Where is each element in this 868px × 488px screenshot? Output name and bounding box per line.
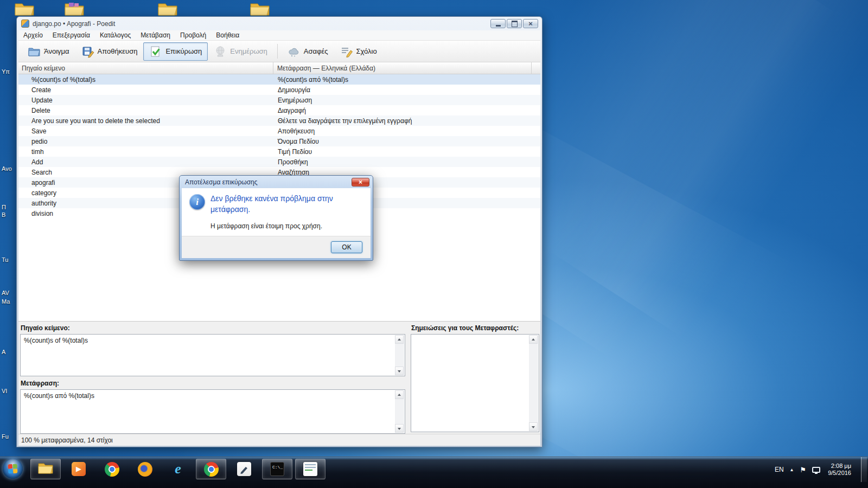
menu-bar: Αρχείο Επεξεργασία Κατάλογος Μετάβαση Πρ… [18,30,540,41]
open-button[interactable]: Άνοιγμα [22,42,75,61]
system-tray: EN ▲ ⚑ 2:08 μμ 9/5/2016 [775,459,868,480]
status-text: 100 % μεταφρασμένα, 14 στίχοι [21,436,113,444]
desktop-icon-label[interactable]: Fu [2,433,9,440]
scrollbar[interactable] [395,390,404,433]
network-icon[interactable] [812,467,820,473]
firefox-icon [138,462,152,477]
table-row[interactable]: UpdateΕνημέρωση [18,95,540,105]
taskbar-command-prompt-button[interactable]: C:\_ [262,459,292,479]
start-button[interactable] [3,459,23,479]
open-folder-icon [28,45,41,58]
scrollbar[interactable] [395,335,404,375]
table-row[interactable]: %(count)s of %(total)s%(count)s από %(to… [18,74,540,85]
fuzzy-button[interactable]: Ασαφές [282,42,334,61]
close-button[interactable] [523,19,538,28]
poedit-app-icon [21,20,29,28]
maximize-button[interactable] [507,19,522,28]
taskbar-firefox-button[interactable] [130,459,160,479]
translator-notes-box[interactable] [411,334,539,432]
media-player-icon: ▶ [72,462,86,476]
source-text-box[interactable]: %(count)s of %(total)s [20,334,405,376]
column-header-source[interactable]: Πηγαίο κείμενο [18,62,273,74]
desktop-icon-label[interactable]: Β [2,211,5,218]
comment-button[interactable]: Σχόλιο [334,42,383,61]
taskbar-chrome-button[interactable] [97,459,127,479]
menu-catalog[interactable]: Κατάλογος [95,30,136,40]
action-center-flag-icon[interactable]: ⚑ [800,466,807,474]
dialog-close-button[interactable] [352,178,369,187]
comment-pencil-icon [340,45,353,58]
translation-text-value: %(count)s από %(total)s [24,392,94,400]
menu-file[interactable]: Αρχείο [18,30,48,40]
desktop-folder-icon[interactable] [65,1,84,16]
translator-notes-label: Σημειώσεις για τους Μεταφραστές: [411,324,539,333]
scrollbar[interactable] [529,335,538,431]
editor-pane: Πηγαίο κείμενο: %(count)s of %(total)s Μ… [18,322,540,434]
desktop-icon-label[interactable]: Tu [2,256,8,263]
language-indicator[interactable]: EN [775,466,784,473]
translation-cell: Δημιουργία [273,86,540,94]
update-button[interactable]: Ενημέρωση [208,42,273,61]
desktop-folder-icon[interactable] [158,1,177,16]
dialog-title-bar[interactable]: Αποτέλεσμα επικύρωσης [180,176,373,188]
source-text-value: %(count)s of %(total)s [24,337,88,344]
table-row[interactable]: AddΠροσθήκη [18,157,540,167]
chrome-icon [105,462,119,477]
desktop-folder-icon[interactable] [250,1,270,16]
scroll-up-icon[interactable] [395,390,404,399]
source-cell: Are you sure you want to delete the sele… [18,117,273,125]
update-globe-icon [214,45,227,58]
desktop-icon-label[interactable]: Υπ [2,68,10,75]
minimize-button[interactable] [490,19,506,28]
menu-view[interactable]: Προβολή [175,30,211,40]
save-button[interactable]: Αποθήκευση [75,42,144,61]
save-disk-icon [81,45,94,58]
scroll-up-icon[interactable] [395,335,404,344]
clock[interactable]: 2:08 μμ 9/5/2016 [828,463,851,477]
taskbar-poedit-button[interactable] [295,459,326,479]
ok-button[interactable]: OK [331,241,362,253]
desktop-icon-label[interactable]: Α [2,349,5,355]
scroll-down-icon[interactable] [395,367,404,375]
scroll-down-icon[interactable] [529,422,538,431]
desktop-folder-icon[interactable] [15,1,34,16]
taskbar-ie-button[interactable]: e [163,459,193,479]
taskbar-media-player-button[interactable]: ▶ [63,459,94,479]
table-row[interactable]: Are you sure you want to delete the sele… [18,115,540,126]
column-header-translation[interactable]: Μετάφραση — Ελληνικά (Ελλάδα) [273,62,532,74]
taskbar-pen-app-button[interactable] [229,459,259,479]
source-cell: Update [18,97,273,104]
show-desktop-button[interactable] [861,457,867,482]
menu-edit[interactable]: Επεξεργασία [48,30,95,40]
menu-go[interactable]: Μετάβαση [136,30,175,40]
internet-explorer-icon: e [175,462,181,476]
desktop-icon-label[interactable]: VI [2,388,7,394]
table-row[interactable]: DeleteΔιαγραφή [18,105,540,115]
desktop-icon-label[interactable]: Π [2,204,6,210]
table-row[interactable]: CreateΔημιουργία [18,85,540,95]
show-hidden-icons-icon[interactable]: ▲ [790,467,794,472]
taskbar-explorer-button[interactable] [30,459,61,479]
scroll-up-icon[interactable] [529,335,538,344]
validate-button[interactable]: Επικύρωση [143,42,208,61]
title-bar[interactable]: django.po • Apografi - Poedit [17,17,542,30]
validate-label: Επικύρωση [165,47,202,55]
table-row[interactable]: SaveΑποθήκευση [18,126,540,136]
fuzzy-label: Ασαφές [304,47,328,55]
desktop-icon-label[interactable]: Ma [2,298,10,305]
explorer-folder-icon [38,462,53,476]
desktop-icon-label[interactable]: Avo [2,165,12,172]
translation-text-box[interactable]: %(count)s από %(total)s [20,389,405,434]
translation-cell: Προσθήκη [273,158,540,166]
taskbar-chrome-2-button[interactable] [196,459,226,479]
desktop-icon-label[interactable]: AV [2,290,9,296]
table-row[interactable]: timhΤιμή Πεδίου [18,146,540,157]
dialog-main-instruction: Δεν βρέθηκε κανένα πρόβλημα στην μετάφρα… [210,193,347,215]
table-row[interactable]: pedioΌνομα Πεδίου [18,136,540,146]
source-text-label: Πηγαίο κείμενο: [21,324,405,333]
toolbar-separator [277,44,278,59]
menu-help[interactable]: Βοήθεια [211,30,244,40]
scroll-down-icon[interactable] [395,424,404,433]
source-cell: pedio [18,138,273,145]
translation-cell: Θέλετε να διαγράψετε την επιλεγμένη εγγρ… [273,117,540,125]
